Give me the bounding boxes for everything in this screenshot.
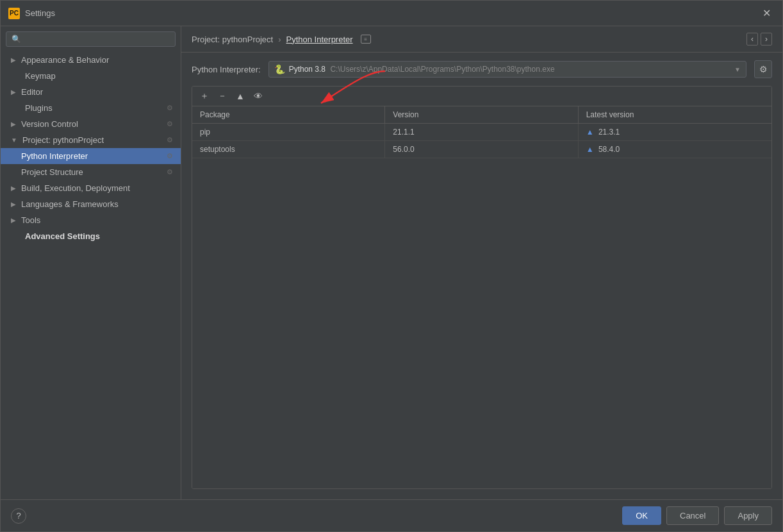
interpreter-label: Python Interpreter: (192, 65, 261, 74)
content-area: 🔍 ▶ Appearance & Behavior Keymap ▶ Edito… (1, 26, 782, 499)
sidebar-item-tools[interactable]: ▶ Tools (1, 212, 181, 228)
settings-icon: ⚙ (167, 136, 173, 144)
sidebar-item-label: Tools (21, 215, 40, 225)
expand-arrow-icon: ▶ (11, 88, 16, 96)
table-toolbar: ＋ － ▲ 👁 (192, 87, 771, 106)
sidebar-item-editor[interactable]: ▶ Editor (1, 84, 181, 100)
footer-buttons: OK Cancel Apply (622, 506, 772, 525)
interpreter-row: Python Interpreter: 🐍 Python 3.8 C:\User… (181, 53, 782, 86)
add-package-button[interactable]: ＋ (197, 89, 211, 103)
expand-arrow-icon: ▶ (11, 185, 16, 192)
settings-icon: ⚙ (167, 168, 173, 176)
sidebar-item-project-structure[interactable]: Project Structure ⚙ (1, 164, 181, 180)
cell-latest-setuptools: ▲ 58.4.0 (579, 141, 771, 158)
breadcrumb: Project: pythonProject › Python Interpre… (181, 26, 782, 53)
ok-button[interactable]: OK (622, 506, 661, 525)
breadcrumb-current: Python Interpreter (286, 35, 353, 44)
search-input[interactable] (25, 35, 170, 44)
sidebar-item-label: Appearance & Behavior (21, 55, 109, 65)
sidebar-item-python-interpreter[interactable]: Python Interpreter ⚙ (1, 148, 181, 164)
close-button[interactable]: ✕ (759, 6, 775, 21)
cell-version-setuptools: 56.0.0 (385, 141, 578, 158)
expand-arrow-icon: ▶ (11, 56, 16, 63)
search-box[interactable]: 🔍 (6, 31, 176, 47)
cell-latest-setuptools-value: 58.4.0 (598, 145, 620, 154)
chevron-down-icon: ▼ (734, 66, 741, 73)
expand-arrow-icon: ▶ (11, 121, 16, 128)
cell-package-pip: pip (192, 124, 385, 140)
sidebar-item-keymap[interactable]: Keymap (1, 68, 181, 84)
col-header-version: Version (385, 106, 578, 123)
expand-arrow-icon: ▼ (11, 137, 17, 144)
sidebar-item-project[interactable]: ▼ Project: pythonProject ⚙ (1, 132, 181, 148)
packages-table: ＋ － ▲ 👁 Package Version Latest version p… (192, 86, 772, 489)
main-panel: Project: pythonProject › Python Interpre… (181, 26, 782, 499)
apply-button[interactable]: Apply (724, 506, 772, 525)
sidebar-item-label: Keymap (25, 71, 56, 81)
sidebar-item-label: Python Interpreter (21, 151, 88, 161)
settings-icon: ⚙ (167, 152, 173, 160)
settings-icon: ⚙ (167, 104, 173, 112)
sidebar-item-build-execution[interactable]: ▶ Build, Execution, Deployment (1, 180, 181, 196)
dialog-title: Settings (25, 8, 759, 18)
sidebar-item-advanced-settings[interactable]: Advanced Settings (1, 228, 181, 244)
col-header-package: Package (192, 106, 385, 123)
sidebar-item-label: Version Control (21, 119, 78, 129)
breadcrumb-separator: › (278, 35, 281, 44)
help-button[interactable]: ? (11, 508, 26, 524)
settings-dialog: PC Settings ✕ 🔍 ▶ Appearance & Behavior … (0, 0, 783, 532)
interpreter-path: C:\Users\z\AppData\Local\Programs\Python… (330, 65, 554, 74)
sidebar-item-plugins[interactable]: Plugins ⚙ (1, 100, 181, 116)
sidebar-item-appearance[interactable]: ▶ Appearance & Behavior (1, 52, 181, 68)
upgrade-icon: ▲ (586, 145, 594, 154)
show-early-access-button[interactable]: 👁 (251, 90, 265, 103)
search-icon: 🔍 (12, 35, 21, 44)
cell-package-setuptools: setuptools (192, 141, 385, 158)
nav-forward-button[interactable]: › (761, 33, 772, 46)
interpreter-dropdown[interactable]: 🐍 Python 3.8 C:\Users\z\AppData\Local\Pr… (268, 61, 746, 78)
sidebar-item-label: Languages & Frameworks (21, 199, 119, 209)
breadcrumb-project-link[interactable]: Project: pythonProject (192, 35, 273, 44)
table-body: pip 21.1.1 ▲ 21.3.1 setuptools 56.0.0 ▲ … (192, 124, 771, 488)
breadcrumb-tab-icon: ≡ (361, 35, 371, 44)
sidebar-item-languages-frameworks[interactable]: ▶ Languages & Frameworks (1, 196, 181, 212)
title-bar: PC Settings ✕ (1, 1, 782, 26)
col-header-latest: Latest version (579, 106, 771, 123)
table-row[interactable]: pip 21.1.1 ▲ 21.3.1 (192, 124, 771, 141)
sidebar: 🔍 ▶ Appearance & Behavior Keymap ▶ Edito… (1, 26, 181, 499)
sidebar-item-version-control[interactable]: ▶ Version Control ⚙ (1, 116, 181, 132)
sidebar-item-label: Plugins (25, 103, 53, 113)
expand-arrow-icon: ▶ (11, 217, 16, 224)
interpreter-value: Python 3.8 C:\Users\z\AppData\Local\Prog… (289, 65, 730, 74)
sidebar-item-label: Project Structure (21, 167, 83, 177)
nav-buttons: ‹ › (746, 33, 772, 46)
cell-latest-pip: ▲ 21.3.1 (579, 124, 771, 140)
sidebar-item-label: Advanced Settings (25, 231, 100, 241)
sidebar-item-label: Project: pythonProject (22, 135, 104, 145)
table-row[interactable]: setuptools 56.0.0 ▲ 58.4.0 (192, 141, 771, 158)
upgrade-package-button[interactable]: ▲ (233, 90, 247, 103)
cell-latest-pip-value: 21.3.1 (598, 128, 620, 137)
upgrade-icon: ▲ (586, 128, 594, 137)
app-icon: PC (8, 8, 20, 19)
expand-arrow-icon: ▶ (11, 201, 16, 208)
remove-package-button[interactable]: － (215, 89, 229, 103)
cancel-button[interactable]: Cancel (666, 506, 719, 525)
sidebar-item-label: Build, Execution, Deployment (21, 183, 130, 193)
cell-version-pip: 21.1.1 (385, 124, 578, 140)
footer: ? OK Cancel Apply (1, 499, 782, 531)
python-icon: 🐍 (274, 64, 285, 74)
nav-back-button[interactable]: ‹ (746, 33, 758, 46)
table-header: Package Version Latest version (192, 106, 771, 124)
interpreter-gear-button[interactable]: ⚙ (754, 60, 772, 78)
sidebar-item-label: Editor (21, 87, 43, 97)
settings-icon: ⚙ (167, 120, 173, 128)
